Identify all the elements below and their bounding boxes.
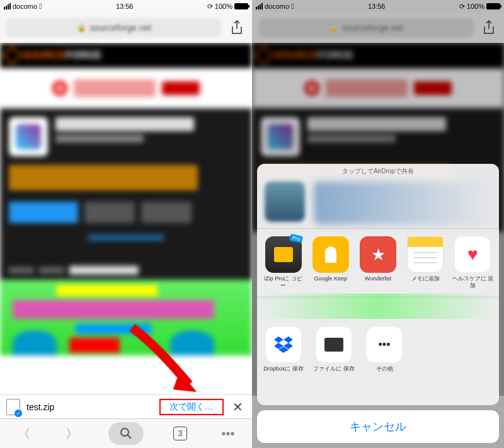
url-field[interactable]: 🔒 sourceforge.net — [258, 18, 474, 37]
notes-icon — [407, 236, 444, 273]
url-domain: sourceforge.net — [90, 23, 151, 33]
wunderlist-icon: ★ — [360, 236, 396, 273]
phone-right: docomo 􀙇 13:56 ⟳ 100% 🔒 sourceforge.net … — [252, 0, 504, 448]
file-icon: ✓ — [6, 399, 20, 415]
airdrop-contact[interactable] — [265, 181, 305, 222]
redcross-icon — [52, 81, 67, 96]
app-notes[interactable]: メモに追加 — [404, 236, 447, 289]
carrier-label: docomo — [13, 3, 37, 10]
battery-icon — [486, 3, 500, 9]
share-apps-row-2: Dropboxに 保存 ファイルに 保存 ••• その他 — [257, 319, 499, 380]
signal-icon — [256, 3, 263, 9]
back-button[interactable]: 〈 — [13, 422, 35, 445]
app-wunderlist[interactable]: ★ Wunderlist — [357, 236, 399, 289]
wifi-icon: 􀙇 — [291, 2, 294, 11]
app-google-keep[interactable]: Google Keep — [309, 236, 352, 289]
url-bar: 🔒 sourceforge.net — [0, 13, 252, 43]
app-health[interactable]: ♥ ヘルスケアに 追加 — [452, 236, 494, 289]
annotation-arrow — [120, 321, 214, 406]
download-filename: test.zip — [26, 402, 54, 412]
phone-left: docomo 􀙇 13:56 ⟳ 100% 🔒 sourceforge.net — [0, 0, 252, 448]
more-button[interactable]: ••• — [217, 422, 239, 445]
site-header: SOURCEFORGE — [0, 43, 252, 68]
app-more[interactable]: ••• その他 — [363, 326, 406, 372]
tabs-button[interactable]: 3 — [169, 422, 192, 445]
rotation-lock-icon: ⟳ — [459, 3, 465, 11]
clock: 13:56 — [116, 3, 134, 10]
airdrop-hint: タップしてAirDropで共有 — [257, 164, 499, 178]
sourceforge-logo-icon — [2, 45, 21, 65]
battery-icon — [234, 3, 248, 9]
search-button[interactable] — [108, 422, 144, 445]
izip-icon: Pro — [265, 236, 302, 273]
url-field[interactable]: 🔒 sourceforge.net — [6, 18, 222, 37]
svg-point-0 — [121, 428, 129, 436]
app-izip[interactable]: Pro iZip Proに コピー — [262, 236, 304, 289]
lock-icon: 🔒 — [329, 23, 338, 32]
url-bar: 🔒 sourceforge.net — [252, 13, 504, 43]
share-button[interactable] — [228, 19, 246, 37]
clock: 13:56 — [368, 3, 386, 10]
more-icon: ••• — [366, 326, 403, 363]
app-dropbox[interactable]: Dropboxに 保存 — [262, 326, 305, 372]
url-domain: sourceforge.net — [342, 23, 403, 33]
health-icon: ♥ — [454, 236, 491, 273]
wifi-icon: 􀙇 — [39, 2, 42, 11]
project-icon — [9, 117, 48, 156]
rotation-lock-icon: ⟳ — [207, 3, 213, 11]
lock-icon: 🔒 — [77, 23, 86, 32]
keep-icon — [312, 236, 349, 273]
signal-icon — [4, 3, 11, 9]
app-files[interactable]: ファイルに 保存 — [312, 326, 355, 372]
cancel-button[interactable]: キャンセル — [257, 410, 499, 443]
dropbox-icon — [265, 326, 302, 363]
share-button[interactable] — [480, 19, 498, 37]
ad-banner — [1, 69, 251, 107]
download-button[interactable] — [9, 202, 78, 223]
carrier-label: docomo — [265, 3, 289, 10]
status-bar: docomo 􀙇 13:56 ⟳ 100% — [0, 0, 252, 13]
status-bar: docomo 􀙇 13:56 ⟳ 100% — [252, 0, 504, 13]
share-sheet: タップしてAirDropで共有 Pro iZip Proに コピー Google… — [257, 164, 499, 448]
battery-percent: 100% — [467, 3, 484, 10]
share-apps-row-1: Pro iZip Proに コピー Google Keep ★ Wunderli… — [257, 229, 499, 297]
bottom-toolbar: 〈 〉 3 ••• — [0, 418, 252, 448]
files-icon — [316, 326, 352, 363]
airdrop-row — [257, 178, 499, 228]
close-button[interactable]: ✕ — [230, 399, 246, 415]
battery-percent: 100% — [215, 3, 232, 10]
forward-button[interactable]: 〉 — [60, 422, 83, 445]
